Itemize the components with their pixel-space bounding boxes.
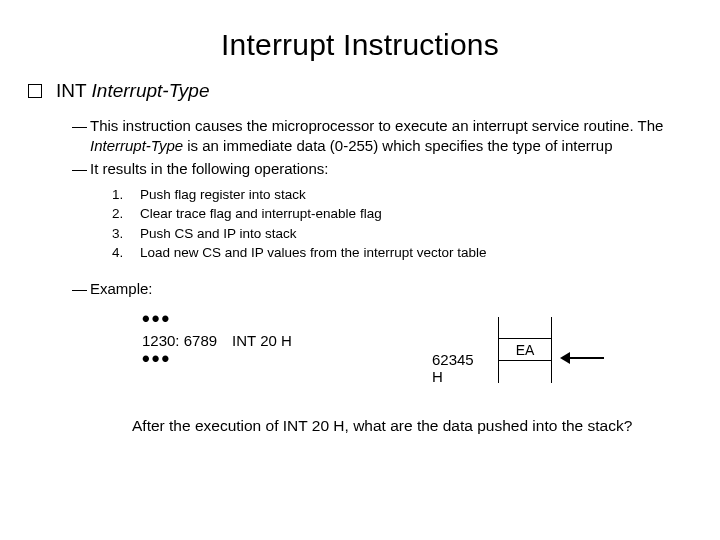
- desc-text-2: It results in the following operations:: [90, 159, 692, 179]
- desc-line-1: — This instruction causes the microproce…: [72, 116, 692, 157]
- stack-cell-empty: [498, 317, 552, 339]
- op-num: 3.: [112, 224, 140, 244]
- code-line: 1230: 6789 INT 20 H: [142, 332, 692, 349]
- stack-cells: EA: [498, 317, 552, 383]
- ellipsis-icon: •••: [142, 353, 692, 364]
- example-area: ••• 1230: 6789 INT 20 H ••• 62345 H EA: [142, 313, 692, 391]
- op-text: Load new CS and IP values from the inter…: [140, 243, 486, 263]
- desc1-a: This instruction causes the microprocess…: [90, 117, 663, 134]
- op-num: 4.: [112, 243, 140, 263]
- body-block: — This instruction causes the microproce…: [72, 116, 692, 435]
- op-num: 1.: [112, 185, 140, 205]
- stack-cell-ea: EA: [498, 339, 552, 361]
- operations-list: 1. Push flag register into stack 2. Clea…: [112, 185, 692, 263]
- slide-title: Interrupt Instructions: [28, 28, 692, 62]
- op-text: Push CS and IP into stack: [140, 224, 297, 244]
- desc1-it: Interrupt-Type: [90, 137, 183, 154]
- op-row: 2. Clear trace flag and interrupt-enable…: [112, 204, 692, 224]
- op-num: 2.: [112, 204, 140, 224]
- op-text: Push flag register into stack: [140, 185, 306, 205]
- op-row: 4. Load new CS and IP values from the in…: [112, 243, 692, 263]
- stack-cell-below: [498, 361, 552, 383]
- dash-icon: —: [72, 159, 90, 179]
- slide: Interrupt Instructions INT Interrupt-Typ…: [0, 0, 720, 540]
- checkbox-bullet-icon: [28, 84, 42, 98]
- dash-icon: —: [72, 116, 90, 136]
- arrow-line: [568, 357, 604, 359]
- example-row: — Example:: [72, 279, 692, 299]
- question-text: After the execution of INT 20 H, what ar…: [132, 417, 692, 435]
- op-row: 3. Push CS and IP into stack: [112, 224, 692, 244]
- heading-row: INT Interrupt-Type: [28, 80, 692, 102]
- ellipsis-icon: •••: [142, 313, 692, 324]
- desc1-b: is an immediate data (0-255) which speci…: [183, 137, 612, 154]
- dash-icon: —: [72, 279, 90, 299]
- operand: Interrupt-Type: [92, 80, 210, 101]
- op-text: Clear trace flag and interrupt-enable fl…: [140, 204, 382, 224]
- arrow-left-icon: [560, 352, 604, 364]
- op-row: 1. Push flag register into stack: [112, 185, 692, 205]
- desc-text-1: This instruction causes the microprocess…: [90, 116, 692, 157]
- mnemonic: INT: [56, 80, 92, 101]
- desc-line-2: — It results in the following operations…: [72, 159, 692, 179]
- stack-address: 62345 H: [432, 351, 474, 385]
- example-label: Example:: [90, 279, 692, 299]
- instruction-heading: INT Interrupt-Type: [56, 80, 209, 102]
